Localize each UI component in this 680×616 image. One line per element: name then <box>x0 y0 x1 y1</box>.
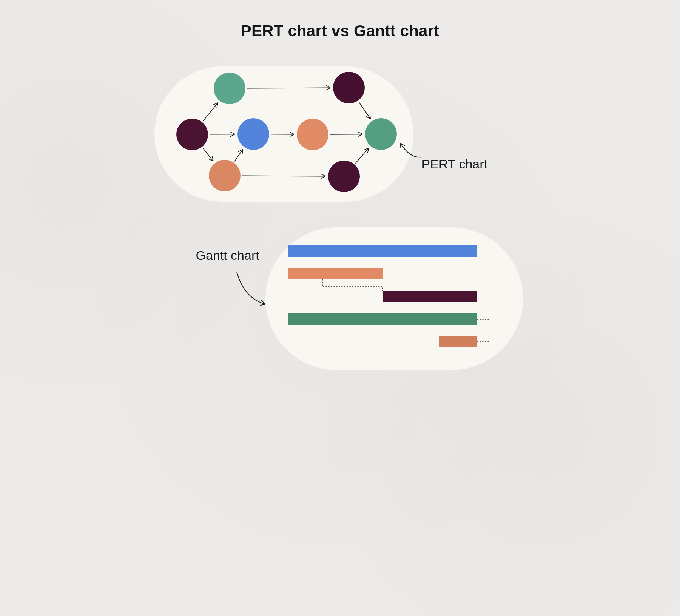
pert-label: PERT chart <box>422 157 487 171</box>
gantt-panel <box>265 227 523 370</box>
gantt-label: Gantt chart <box>196 248 259 263</box>
page-title: PERT chart vs Gantt chart <box>123 22 557 40</box>
pert-panel <box>154 66 413 202</box>
diagram-canvas: PERT chart vs Gantt chart PERT chart Gan… <box>123 0 557 393</box>
gantt-label-arrow <box>237 272 265 304</box>
